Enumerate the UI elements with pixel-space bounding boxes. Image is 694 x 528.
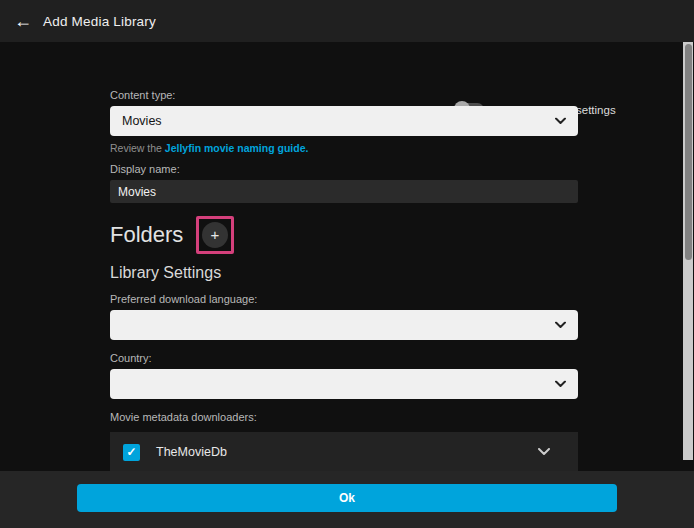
preferred-language-select[interactable]: [110, 310, 578, 340]
library-settings-section: Library Settings: [110, 264, 578, 282]
folders-section: Folders +: [110, 216, 578, 254]
app-header: ← Add Media Library: [0, 0, 694, 42]
chevron-down-icon: [555, 381, 566, 388]
checkbox-checked-icon[interactable]: ✓: [123, 444, 140, 461]
scrollbar-track[interactable]: [683, 42, 693, 460]
chevron-down-icon[interactable]: [538, 448, 550, 456]
page-title: Add Media Library: [43, 14, 156, 29]
scrollbar-thumb[interactable]: [685, 44, 692, 260]
library-settings-heading: Library Settings: [110, 264, 221, 281]
content-type-select[interactable]: Movies: [110, 106, 578, 136]
country-select[interactable]: [110, 369, 578, 399]
country-field: Country:: [110, 352, 578, 399]
form-content: Show advanced settings Content type: Mov…: [0, 42, 694, 471]
chevron-down-icon: [555, 118, 566, 125]
plus-icon: +: [210, 226, 219, 243]
metadata-downloader-row[interactable]: ✓ TheMovieDb: [110, 432, 578, 472]
help-prefix: Review the: [110, 142, 165, 154]
folders-heading: Folders: [110, 222, 183, 248]
content-type-value: Movies: [122, 114, 162, 128]
metadata-downloaders-label: Movie metadata downloaders:: [110, 411, 578, 423]
chevron-down-icon: [555, 322, 566, 329]
display-name-label: Display name:: [110, 163, 578, 175]
metadata-downloaders-field: Movie metadata downloaders: ✓ TheMovieDb: [110, 411, 578, 472]
downloader-name: TheMovieDb: [156, 445, 227, 459]
preferred-language-label: Preferred download language:: [110, 293, 578, 305]
display-name-input[interactable]: [110, 180, 578, 203]
add-folder-button[interactable]: +: [202, 222, 228, 248]
preferred-language-field: Preferred download language:: [110, 293, 578, 340]
country-label: Country:: [110, 352, 578, 364]
ok-button[interactable]: Ok: [77, 484, 617, 512]
back-button[interactable]: ←: [6, 4, 40, 38]
content-type-label: Content type:: [110, 89, 578, 101]
naming-guide-link[interactable]: Jellyfin movie naming guide: [165, 142, 306, 154]
add-folder-focus-ring: +: [196, 216, 234, 254]
content-type-field: Content type: Movies Review the Jellyfin…: [110, 89, 578, 154]
add-media-library-screen: ← Add Media Library Show advanced settin…: [0, 0, 694, 528]
arrow-left-icon: ←: [14, 11, 32, 31]
display-name-field: Display name:: [110, 163, 578, 203]
help-suffix: .: [305, 142, 308, 154]
naming-guide-help-text: Review the Jellyfin movie naming guide.: [110, 142, 578, 154]
footer-bar: Ok: [0, 471, 694, 528]
